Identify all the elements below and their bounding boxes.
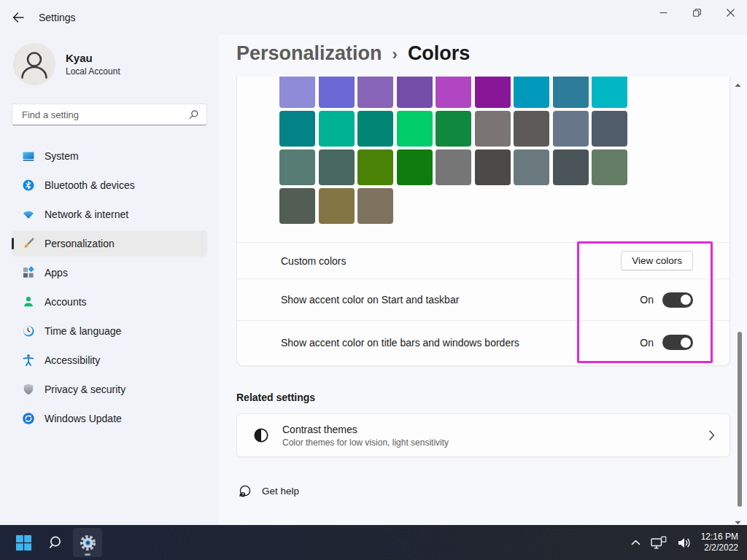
volume-icon[interactable]: [672, 528, 697, 557]
sidebar-nav: System Bluetooth & devices Network & int…: [0, 143, 219, 435]
system-icon: [22, 149, 35, 163]
taskbar: 12:16 PM 2/2/2022: [0, 525, 747, 560]
accent-color-swatch[interactable]: [553, 77, 589, 108]
sidebar-item-update[interactable]: Windows Update: [12, 405, 207, 432]
restore-button[interactable]: [680, 0, 713, 25]
accent-titlebar-toggle[interactable]: [662, 335, 693, 350]
taskbar-clock[interactable]: 12:16 PM 2/2/2022: [701, 532, 738, 553]
close-button[interactable]: [713, 0, 747, 25]
accent-color-swatch[interactable]: [475, 77, 511, 108]
contrast-themes-row[interactable]: Contrast themes Color themes for low vis…: [236, 413, 730, 457]
accent-color-swatch[interactable]: [553, 149, 589, 185]
accent-color-grid: [279, 77, 729, 224]
view-colors-button[interactable]: View colors: [621, 251, 693, 271]
accent-color-swatch[interactable]: [319, 149, 355, 185]
accent-color-swatch[interactable]: [592, 77, 627, 108]
accent-color-swatch[interactable]: [514, 77, 549, 108]
sidebar-item-personalization[interactable]: Personalization: [12, 230, 207, 257]
search-icon: [188, 109, 199, 120]
page-title: Colors: [408, 42, 471, 65]
accent-color-swatch[interactable]: [397, 149, 433, 185]
sidebar-item-label: Accessibility: [44, 354, 100, 366]
user-profile[interactable]: Kyau Local Account: [13, 43, 120, 85]
update-icon: [22, 412, 35, 425]
breadcrumb-parent[interactable]: Personalization: [236, 42, 382, 65]
sidebar-item-label: Privacy & security: [44, 384, 125, 395]
sidebar-item-network[interactable]: Network & internet: [12, 201, 207, 228]
sidebar-item-label: System: [44, 150, 79, 162]
time-icon: [22, 324, 35, 338]
accent-color-swatch[interactable]: [553, 111, 589, 147]
accent-color-swatch[interactable]: [319, 188, 355, 224]
accent-color-swatch[interactable]: [514, 111, 549, 147]
taskbar-settings-app-button[interactable]: [73, 528, 102, 557]
sidebar-item-label: Windows Update: [44, 413, 122, 424]
accent-color-swatch[interactable]: [319, 77, 355, 108]
accent-color-swatch[interactable]: [436, 77, 471, 108]
accent-color-swatch[interactable]: [279, 77, 315, 108]
accent-color-swatch[interactable]: [319, 111, 355, 147]
accent-color-swatch[interactable]: [475, 149, 511, 185]
start-button[interactable]: [9, 528, 38, 557]
help-icon: ?: [238, 484, 252, 498]
window-title: Settings: [39, 12, 76, 23]
privacy-icon: [22, 383, 35, 396]
accent-color-swatch[interactable]: [357, 149, 393, 185]
breadcrumb: Personalization › Colors: [236, 42, 470, 65]
accent-titlebar-state: On: [640, 337, 654, 349]
accent-titlebar-label: Show accent color on title bars and wind…: [281, 337, 519, 349]
windows-logo-icon: [15, 534, 32, 551]
sidebar-item-privacy[interactable]: Privacy & security: [12, 376, 207, 402]
accent-color-swatch[interactable]: [514, 149, 549, 185]
network-icon[interactable]: [646, 528, 672, 557]
sidebar-item-accessibility[interactable]: Accessibility: [12, 347, 207, 373]
tray-chevron-up-icon[interactable]: [626, 528, 646, 557]
get-help-link[interactable]: ? Get help: [238, 484, 299, 498]
accent-color-swatch[interactable]: [279, 149, 315, 185]
sidebar-item-accounts[interactable]: Accounts: [12, 289, 207, 315]
sidebar-item-bluetooth[interactable]: Bluetooth & devices: [12, 172, 207, 198]
close-icon: [727, 9, 735, 17]
accent-color-swatch[interactable]: [357, 188, 393, 224]
contrast-themes-subtitle: Color themes for low vision, light sensi…: [282, 438, 449, 448]
personalization-icon: [22, 237, 35, 250]
accent-color-swatch[interactable]: [436, 149, 471, 185]
accent-color-swatch[interactable]: [592, 111, 627, 147]
accent-color-swatch[interactable]: [357, 77, 393, 108]
back-button[interactable]: [9, 9, 28, 26]
apps-icon: [22, 266, 35, 279]
sidebar-item-system[interactable]: System: [12, 143, 207, 169]
titlebar: Settings: [0, 0, 747, 35]
get-help-label: Get help: [262, 486, 299, 497]
accent-color-swatch[interactable]: [397, 77, 433, 108]
minimize-button[interactable]: [646, 0, 680, 25]
settings-window: Settings Kyau Local Account: [0, 0, 747, 560]
taskbar-search-button[interactable]: [41, 528, 70, 557]
sidebar-item-label: Network & internet: [44, 209, 128, 220]
accent-color-swatch[interactable]: [397, 111, 433, 147]
sidebar-item-time[interactable]: Time & language: [12, 318, 207, 344]
accent-color-swatch[interactable]: [357, 111, 393, 147]
accent-start-toggle[interactable]: [662, 292, 693, 308]
account-type: Local Account: [66, 66, 120, 77]
accent-color-swatch[interactable]: [279, 188, 315, 224]
clock-date: 2/2/2022: [701, 542, 738, 553]
accent-color-swatch[interactable]: [592, 149, 627, 185]
accessibility-icon: [22, 354, 35, 367]
scrollbar-thumb[interactable]: [738, 332, 742, 507]
breadcrumb-separator-icon: ›: [392, 45, 398, 64]
accent-color-swatch[interactable]: [475, 111, 511, 147]
search-icon: [47, 534, 64, 551]
contrast-themes-title: Contrast themes: [282, 424, 449, 435]
accent-color-swatch[interactable]: [436, 111, 471, 147]
scrollbar-up-arrow[interactable]: [735, 77, 741, 90]
accent-start-label: Show accent color on Start and taskbar: [281, 294, 459, 306]
accent-color-swatch[interactable]: [279, 111, 315, 147]
search-input[interactable]: [12, 109, 188, 120]
svg-text:?: ?: [241, 492, 244, 497]
clock-time: 12:16 PM: [701, 532, 738, 542]
main-content: Personalization › Colors Custom colors V…: [219, 35, 747, 525]
custom-colors-label: Custom colors: [281, 255, 346, 267]
custom-colors-row: Custom colors View colors: [237, 242, 729, 279]
sidebar-item-apps[interactable]: Apps: [12, 260, 207, 286]
